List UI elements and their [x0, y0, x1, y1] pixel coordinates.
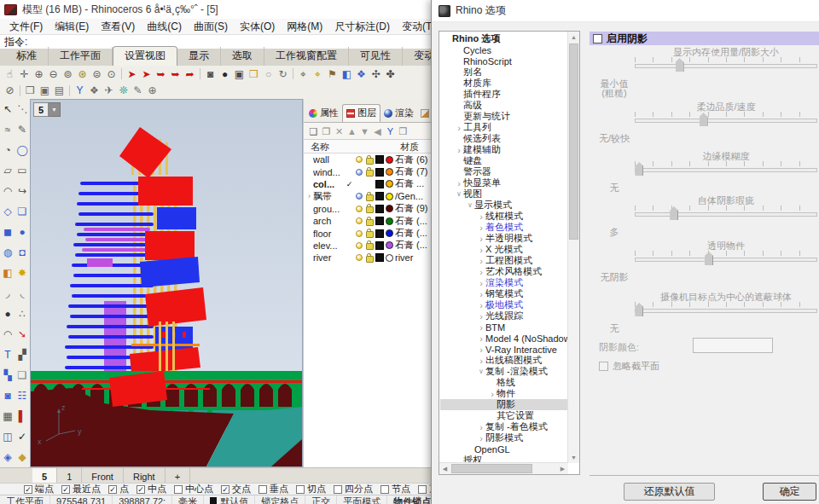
layer-name[interactable]: arch — [313, 216, 345, 226]
toolbar-tab[interactable]: 显示 — [177, 47, 221, 66]
layer-color-cell[interactable] — [375, 168, 384, 177]
viewport-title-label[interactable]: 5 — [33, 102, 49, 117]
duplicate-layer-icon[interactable]: ❐ — [320, 125, 333, 138]
layer-color-swatch[interactable] — [375, 192, 384, 200]
osnap-checkbox[interactable]: ✓ — [108, 485, 117, 494]
trim-icon[interactable]: ✸ — [15, 266, 30, 281]
move-layer-down-icon[interactable]: ▼ — [358, 125, 371, 138]
layer-material[interactable]: 石膏 (6) — [395, 154, 432, 166]
panel-tab[interactable]: 渲染 — [380, 105, 417, 122]
status-segment[interactable]: 默认值 — [204, 495, 255, 504]
layer-visibility-cell[interactable] — [354, 156, 364, 163]
chevron-right-icon[interactable]: › — [477, 234, 485, 244]
layer-material[interactable]: 石膏 (7) — [395, 165, 432, 178]
chevron-right-icon[interactable]: › — [477, 422, 485, 432]
layer-tools-icon[interactable]: ❒ — [397, 125, 410, 138]
add-view-icon[interactable]: ⊕ — [145, 84, 160, 98]
status-segment[interactable]: 平面模式 — [337, 495, 387, 504]
layer-row[interactable]: floor石膏 (... — [304, 227, 432, 239]
lightbulb-icon[interactable] — [356, 193, 363, 200]
curve-from-objects-icon[interactable]: ↪ — [15, 184, 30, 199]
layer-visibility-cell[interactable] — [354, 193, 364, 200]
material-color-icon[interactable] — [386, 180, 393, 188]
text-icon[interactable]: T — [1, 348, 15, 362]
tree-item[interactable]: 别名 — [440, 67, 567, 78]
material-color-icon[interactable] — [386, 241, 393, 249]
viewport-properties-icon[interactable]: ▣ — [38, 84, 52, 98]
material-color-cell[interactable] — [384, 229, 395, 237]
layer-name[interactable]: wall — [313, 154, 345, 165]
tree-item[interactable]: 更新与统计 — [440, 111, 567, 122]
menu-item[interactable]: 查看(V) — [95, 20, 141, 34]
osnap-checkbox[interactable] — [380, 485, 389, 494]
layer-row[interactable]: wall石膏 (6) — [304, 154, 432, 165]
patch-icon[interactable]: ◆ — [15, 450, 30, 465]
chevron-down-icon[interactable]: ∨ — [455, 190, 463, 198]
viewport-tab[interactable]: 5 — [32, 468, 57, 483]
material-color-cell[interactable] — [384, 217, 395, 225]
tree-horizontal-scrollbar[interactable]: ◀ ▶ — [439, 462, 568, 474]
unlock-icon[interactable] — [366, 219, 374, 226]
tree-item[interactable]: Cycles — [440, 44, 567, 55]
walk-view-icon[interactable]: ➦ — [183, 67, 197, 81]
tree-item[interactable]: 警示器 — [440, 166, 567, 177]
undo-view-change-icon[interactable]: ➤ — [125, 67, 139, 81]
viewport-tab[interactable]: 1 — [57, 468, 82, 483]
layer-visibility-cell[interactable] — [354, 206, 364, 212]
divide-icon[interactable]: ∴ — [15, 307, 30, 322]
material-color-cell[interactable] — [384, 205, 395, 212]
tree-vertical-scrollbar[interactable]: ▲ ▼ — [567, 32, 579, 463]
set-cplane-icon[interactable]: ❖ — [87, 84, 102, 98]
layer-name[interactable]: floor — [313, 229, 345, 239]
layer-row[interactable]: ›飘带/Gen... — [304, 190, 432, 202]
offset-icon[interactable]: ➘ — [15, 327, 30, 342]
layer-color-cell[interactable] — [375, 205, 384, 213]
layer-color-cell[interactable] — [375, 217, 384, 225]
chevron-right-icon[interactable]: › — [477, 433, 485, 443]
disable-osnap-icon[interactable]: ⊘ — [3, 84, 17, 98]
tree-item[interactable]: ›BTM — [440, 322, 567, 333]
chevron-right-icon[interactable]: › — [477, 245, 485, 255]
osnap-checkbox[interactable] — [296, 485, 305, 494]
viewport-menu-arrow[interactable]: ▼ — [49, 102, 61, 117]
status-segment[interactable]: 工作平面 — [0, 495, 50, 504]
unlock-icon[interactable] — [366, 170, 374, 177]
material-color-icon[interactable] — [386, 229, 393, 237]
zoom-selected-icon[interactable]: ⊜ — [90, 67, 104, 81]
chevron-down-icon[interactable]: ∨ — [477, 368, 485, 375]
layer-color-swatch[interactable] — [375, 205, 384, 213]
chevron-right-icon[interactable]: › — [477, 322, 485, 333]
tree-item[interactable]: ›建模辅助 — [440, 144, 567, 155]
tree-item[interactable]: ›阴影模式 — [440, 432, 567, 443]
chevron-down-icon[interactable]: ∨ — [466, 201, 474, 209]
tilt-view-icon[interactable]: ➥ — [168, 67, 183, 81]
tree-item[interactable]: OpenGL — [440, 443, 567, 455]
layer-material[interactable]: 石膏 (... — [395, 239, 432, 252]
chevron-right-icon[interactable]: › — [477, 333, 485, 344]
material-color-icon[interactable] — [386, 254, 393, 262]
layer-lock-cell[interactable] — [364, 240, 375, 250]
chevron-right-icon[interactable]: › — [477, 311, 485, 322]
unlock-icon[interactable] — [366, 231, 374, 238]
layer-color-swatch[interactable] — [375, 155, 384, 164]
chevron-right-icon[interactable]: › — [477, 256, 485, 266]
zoom-out-icon[interactable]: ⊖ — [46, 67, 61, 81]
viewport[interactable]: z y x 5 ▼ — [30, 99, 303, 467]
move-view-icon[interactable]: ✛ — [17, 67, 32, 81]
layer-visibility-cell[interactable] — [354, 217, 364, 224]
layer-color-cell[interactable] — [375, 180, 384, 188]
tree-hscroll-thumb[interactable] — [451, 464, 532, 473]
menu-item[interactable]: 文件(F) — [3, 20, 49, 34]
chevron-right-icon[interactable]: › — [455, 123, 463, 133]
camera-icon[interactable]: ● — [218, 67, 232, 81]
copy-icon[interactable]: ❏ — [15, 368, 30, 383]
zoom-window-icon[interactable]: ⊚ — [61, 67, 75, 81]
tree-item[interactable]: ›Model 4 (NoShadows, AllWh — [440, 333, 567, 344]
pin-camera-icon[interactable]: ⚑ — [325, 67, 340, 81]
layer-name[interactable]: col... — [313, 179, 345, 189]
osnap-checkbox[interactable] — [174, 485, 183, 494]
ignore-clipping-checkbox[interactable] — [599, 362, 608, 371]
chevron-right-icon[interactable]: › — [477, 289, 485, 299]
extrude-icon[interactable]: ◙ — [1, 389, 15, 403]
toolbar-tab[interactable]: 工作平面 — [49, 47, 113, 66]
